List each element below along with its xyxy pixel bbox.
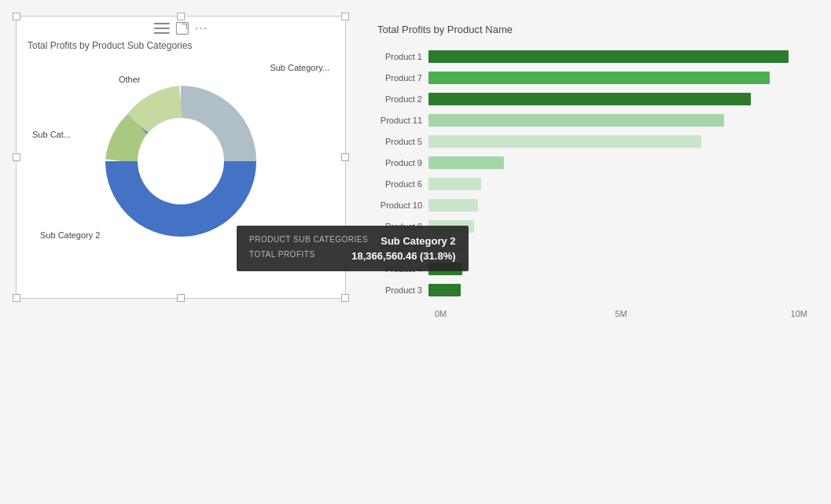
resize-handle-rm[interactable] [341, 153, 349, 161]
tooltip-label-1: PRODUCT SUB CATEGORIES [249, 235, 368, 247]
bar-fill [428, 199, 478, 212]
resize-handle-lm[interactable] [13, 153, 20, 161]
donut-label-sub-cat-top: Sub Category... [270, 63, 329, 72]
bar-label: Product 9 [370, 158, 428, 167]
donut-label-sub-cat-2: Sub Category 2 [40, 230, 100, 240]
x-axis-label-10m: 10M [683, 309, 807, 318]
donut-label-sub-cat-left: Sub Cat... [32, 130, 71, 139]
bar-track [428, 135, 807, 148]
bar-row: Product 2 [370, 90, 807, 108]
bar-label: Product 10 [370, 200, 428, 210]
tooltip-row-1: PRODUCT SUB CATEGORIES Sub Category 2 [249, 235, 456, 247]
bar-fill [428, 72, 770, 84]
bar-track [428, 220, 807, 233]
donut-panel: ··· Total Profits by Product Sub Categor… [16, 16, 346, 299]
x-axis: 0M 5M 10M [370, 309, 807, 318]
bar-track [428, 156, 807, 169]
bar-track [428, 284, 807, 296]
tooltip: PRODUCT SUB CATEGORIES Sub Category 2 TO… [237, 226, 469, 271]
x-axis-label-5m: 5M [559, 309, 683, 318]
tooltip-row-2: TOTAL PROFITS 18,366,560.46 (31.8%) [249, 250, 456, 262]
bar-row: Product 1 [370, 48, 807, 65]
bar-label: Product 6 [370, 179, 428, 189]
more-options-icon[interactable]: ··· [195, 21, 208, 35]
bar-track [428, 263, 807, 275]
bar-label: Product 2 [370, 94, 428, 104]
resize-handle-br[interactable] [341, 294, 349, 302]
bar-label: Product 3 [370, 285, 428, 295]
bar-row: Product 10 [370, 197, 807, 214]
resize-handle-tl[interactable] [13, 13, 20, 20]
bar-panel: Total Profits by Product Name Product 1P… [370, 16, 815, 326]
resize-handle-tm[interactable] [177, 13, 185, 20]
bar-label: Product 5 [370, 137, 428, 146]
bar-label: Product 11 [370, 116, 428, 125]
expand-icon[interactable] [176, 22, 189, 35]
bar-label: Product 7 [370, 73, 428, 83]
x-axis-label-0m: 0M [435, 309, 559, 318]
panel-toolbar: ··· [154, 21, 208, 35]
tooltip-value-1: Sub Category 2 [381, 235, 455, 247]
bar-fill [428, 50, 789, 63]
bar-row: Product 6 [370, 175, 807, 193]
bar-track [428, 241, 807, 254]
donut-chart-title: Total Profits by Product Sub Categories [24, 40, 337, 51]
bar-chart-title: Total Profits by Product Name [370, 24, 807, 35]
bar-fill [428, 135, 701, 148]
resize-handle-tr[interactable] [341, 13, 349, 20]
bar-track [428, 114, 807, 127]
donut-chart-area: Other Sub Category... Sub Cat... Sub Cat… [24, 59, 337, 263]
bar-track [428, 93, 807, 105]
bar-label: Product 1 [370, 52, 428, 61]
tooltip-value-2: 18,366,560.46 (31.8%) [351, 250, 455, 262]
bar-track [428, 72, 807, 84]
bar-track [428, 178, 807, 190]
bar-row: Product 7 [370, 69, 807, 86]
bar-row: Product 11 [370, 112, 807, 129]
resize-handle-bm[interactable] [177, 294, 185, 302]
bar-fill [428, 284, 461, 296]
donut-label-other: Other [119, 75, 141, 84]
bar-track [428, 199, 807, 212]
bar-row: Product 5 [370, 133, 807, 150]
bar-row: Product 9 [370, 154, 807, 171]
bar-track [428, 50, 807, 63]
bar-fill [428, 156, 504, 169]
main-container: ··· Total Profits by Product Sub Categor… [0, 0, 831, 504]
bar-fill [428, 93, 751, 105]
bar-fill [428, 178, 481, 190]
tooltip-label-2: TOTAL PROFITS [249, 250, 315, 262]
drag-handle-icon[interactable] [154, 23, 170, 34]
bar-fill [428, 114, 724, 127]
bar-row: Product 3 [370, 281, 807, 299]
resize-handle-bl[interactable] [13, 294, 20, 302]
